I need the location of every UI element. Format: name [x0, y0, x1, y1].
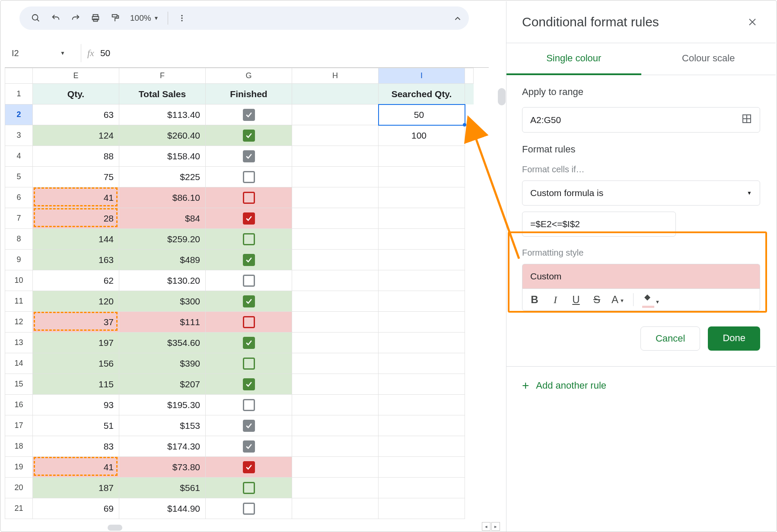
row-header[interactable]: 3 [5, 125, 33, 146]
cell[interactable] [292, 125, 379, 146]
column-header[interactable]: H [292, 68, 379, 84]
row-header[interactable]: 2 [5, 104, 33, 125]
cell[interactable] [206, 291, 292, 312]
cell[interactable] [206, 104, 292, 125]
cell[interactable]: $86.10 [119, 187, 206, 208]
underline-button[interactable]: U [570, 294, 582, 306]
cell[interactable] [292, 250, 379, 270]
tab-colour-scale[interactable]: Colour scale [641, 43, 776, 75]
checkbox-icon[interactable] [243, 275, 255, 287]
cell[interactable]: 41 [33, 457, 119, 478]
checkbox-icon[interactable] [243, 130, 255, 142]
cell[interactable] [206, 250, 292, 270]
cell[interactable] [292, 332, 379, 353]
cell[interactable] [206, 312, 292, 332]
cell[interactable] [292, 167, 379, 187]
cell[interactable] [379, 395, 465, 415]
cell[interactable] [206, 498, 292, 519]
cell[interactable]: $113.40 [119, 104, 206, 125]
cell[interactable]: $300 [119, 291, 206, 312]
checkbox-icon[interactable] [243, 503, 255, 515]
checkbox-icon[interactable] [243, 171, 255, 183]
add-rule-button[interactable]: + Add another rule [506, 366, 776, 405]
condition-dropdown[interactable]: Custom formula is ▼ [522, 180, 760, 206]
cell[interactable]: 187 [33, 478, 119, 498]
row-header[interactable]: 18 [5, 436, 33, 457]
cell[interactable]: $259.20 [119, 229, 206, 250]
cell[interactable] [206, 353, 292, 374]
cell[interactable] [379, 332, 465, 353]
cell[interactable]: 197 [33, 332, 119, 353]
checkbox-icon[interactable] [243, 150, 255, 162]
cell[interactable]: 37 [33, 312, 119, 332]
undo-icon[interactable] [47, 10, 64, 27]
cell[interactable] [206, 395, 292, 415]
header-cell[interactable]: Searched Qty. [379, 84, 465, 104]
cell[interactable] [292, 291, 379, 312]
cell[interactable] [292, 104, 379, 125]
text-color-button[interactable]: A ▼ [611, 294, 624, 306]
checkbox-icon[interactable] [243, 461, 255, 473]
cell[interactable]: $195.30 [119, 395, 206, 415]
sheet-nav-arrows[interactable]: ◂▸ [482, 522, 500, 531]
cell[interactable] [292, 374, 379, 395]
cell[interactable]: 75 [33, 167, 119, 187]
cell[interactable]: 63 [33, 104, 119, 125]
cell[interactable] [206, 125, 292, 146]
cell[interactable]: $207 [119, 374, 206, 395]
row-header[interactable]: 15 [5, 374, 33, 395]
cell[interactable] [206, 229, 292, 250]
chevron-up-icon[interactable] [449, 10, 466, 27]
strikethrough-button[interactable]: S [591, 294, 603, 306]
cell[interactable]: 120 [33, 291, 119, 312]
header-cell[interactable] [292, 84, 379, 104]
cell[interactable] [379, 415, 465, 436]
header-cell[interactable]: Qty. [33, 84, 119, 104]
checkbox-icon[interactable] [243, 337, 255, 349]
cell[interactable] [206, 208, 292, 229]
cell[interactable] [292, 229, 379, 250]
cell[interactable]: 28 [33, 208, 119, 229]
cell[interactable]: 93 [33, 395, 119, 415]
row-header[interactable]: 8 [5, 229, 33, 250]
cell[interactable] [379, 270, 465, 291]
formula-bar-input[interactable]: 50 [100, 48, 110, 58]
cell[interactable]: $354.60 [119, 332, 206, 353]
range-input[interactable]: A2:G50 [522, 107, 760, 133]
cell[interactable] [379, 353, 465, 374]
column-header[interactable]: I [379, 68, 465, 84]
cell[interactable] [206, 270, 292, 291]
cell[interactable] [379, 187, 465, 208]
row-header[interactable]: 19 [5, 457, 33, 478]
row-header[interactable]: 10 [5, 270, 33, 291]
cell[interactable] [379, 291, 465, 312]
cell[interactable]: $225 [119, 167, 206, 187]
cell[interactable]: 144 [33, 229, 119, 250]
checkbox-icon[interactable] [243, 192, 255, 204]
cell[interactable]: $489 [119, 250, 206, 270]
spreadsheet-grid[interactable]: EFGHI1Qty.Total SalesFinishedSearched Qt… [5, 67, 489, 519]
checkbox-icon[interactable] [243, 254, 255, 266]
cell[interactable] [379, 498, 465, 519]
cell[interactable] [379, 374, 465, 395]
checkbox-icon[interactable] [243, 440, 255, 453]
row-header[interactable]: 1 [5, 84, 33, 104]
checkbox-icon[interactable] [243, 109, 255, 121]
cell[interactable] [206, 167, 292, 187]
cell[interactable]: 163 [33, 250, 119, 270]
cell[interactable]: $174.30 [119, 436, 206, 457]
row-header[interactable]: 21 [5, 498, 33, 519]
name-box[interactable]: I2 ▼ [7, 44, 72, 62]
column-header[interactable] [5, 68, 33, 84]
cell[interactable] [206, 436, 292, 457]
cell[interactable] [292, 498, 379, 519]
cell[interactable]: 83 [33, 436, 119, 457]
cell[interactable]: $260.40 [119, 125, 206, 146]
formula-input[interactable]: =$E2<=$I$2 [522, 212, 676, 237]
cell[interactable]: 100 [379, 125, 465, 146]
row-header[interactable]: 4 [5, 146, 33, 167]
cell[interactable]: $84 [119, 208, 206, 229]
cell[interactable] [379, 229, 465, 250]
checkbox-icon[interactable] [243, 212, 255, 225]
done-button[interactable]: Done [708, 326, 760, 351]
